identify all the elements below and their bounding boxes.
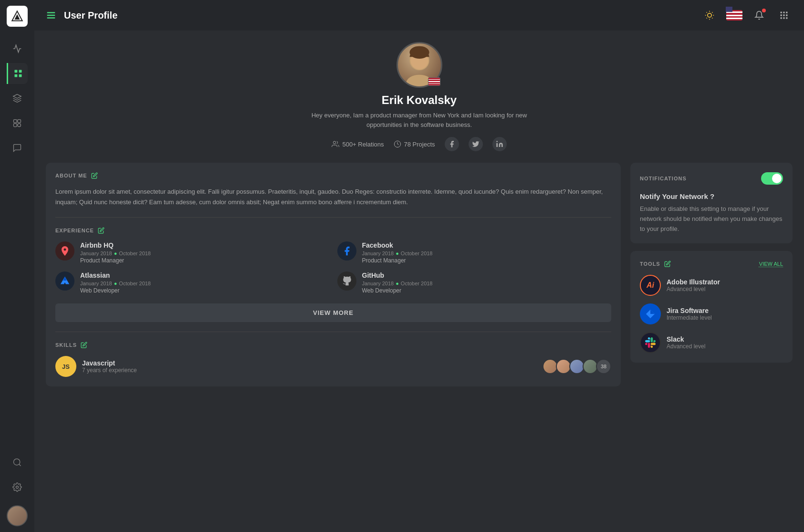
- jira-level: Intermediate level: [667, 314, 712, 321]
- svg-line-21: [712, 18, 712, 18]
- svg-line-20: [707, 12, 707, 13]
- notifications-toggle[interactable]: [761, 172, 783, 185]
- sidebar-user-avatar[interactable]: [7, 505, 28, 526]
- svg-rect-6: [19, 74, 21, 77]
- sidebar-item-search[interactable]: [7, 452, 28, 473]
- view-more-button[interactable]: VIEW MORE: [55, 303, 611, 322]
- jira-name: Jira Software: [667, 307, 712, 314]
- svg-point-39: [334, 141, 336, 144]
- notifications-header: NOTIFICATIONS: [640, 172, 783, 185]
- tools-edit-button[interactable]: [664, 261, 671, 267]
- notifications-title: NOTIFICATIONS: [640, 176, 687, 181]
- svg-rect-5: [14, 74, 17, 77]
- projects-stat: 78 Projects: [394, 140, 435, 148]
- sidebar-item-activity[interactable]: [7, 38, 28, 59]
- language-flag[interactable]: [726, 7, 743, 24]
- svg-point-13: [16, 486, 19, 489]
- slack-level: Advanced level: [667, 343, 705, 350]
- skills-title: SKILLS: [55, 342, 77, 348]
- svg-rect-9: [14, 124, 17, 127]
- svg-rect-7: [14, 120, 17, 123]
- svg-line-24: [707, 18, 707, 18]
- facebook-role: Product Manager: [362, 257, 612, 264]
- about-title: ABOUT ME: [55, 173, 87, 178]
- profile-hero: Erik Kovalsky Hey everyone, Iam a produc…: [46, 42, 793, 151]
- js-name: Javascript: [82, 359, 537, 367]
- notifications-bell[interactable]: [751, 7, 768, 24]
- svg-rect-26: [781, 12, 782, 13]
- tool-jira: Jira Software Intermediate level: [640, 303, 783, 324]
- airbnb-logo: [55, 241, 74, 261]
- tools-card: TOOLS VIEW ALL: [630, 251, 793, 363]
- skills-section-header: SKILLS: [55, 342, 611, 348]
- svg-point-17: [708, 13, 711, 17]
- exp-atlassian: Atlassian January 2018●October 2018 Web …: [55, 271, 330, 294]
- relations-stat: 500+ Relations: [332, 140, 384, 148]
- sidebar-item-settings[interactable]: [7, 477, 28, 498]
- facebook-link[interactable]: [445, 137, 459, 151]
- github-role: Web Developer: [362, 287, 612, 294]
- about-edit-button[interactable]: [91, 172, 98, 179]
- sidebar-item-components[interactable]: [7, 113, 28, 134]
- divider-2: [55, 332, 611, 332]
- js-badge: JS: [55, 356, 76, 377]
- svg-rect-32: [781, 17, 782, 19]
- notify-description: Enable or disable this setting to manage…: [640, 204, 783, 234]
- airbnb-info: Airbnb HQ January 2018●October 2018 Prod…: [80, 241, 330, 264]
- sidebar: [0, 0, 34, 532]
- svg-rect-3: [14, 70, 17, 73]
- profile-name: Erik Kovalsky: [46, 94, 793, 107]
- illustrator-info: Adobe Illustrator Advanced level: [667, 278, 720, 292]
- theme-toggle[interactable]: [701, 7, 718, 24]
- js-experience: 7 years of experience: [82, 367, 537, 374]
- atlassian-logo: [55, 271, 74, 291]
- experience-edit-button[interactable]: [98, 227, 104, 234]
- svg-marker-45: [646, 314, 650, 318]
- profile-stats: 500+ Relations 78 Projects: [46, 137, 793, 151]
- svg-marker-44: [650, 310, 655, 314]
- app-logo[interactable]: [7, 6, 28, 27]
- notify-question: Notify Your Network ?: [640, 192, 783, 200]
- facebook-info: Facebook January 2018●October 2018 Produ…: [362, 241, 612, 264]
- menu-icon[interactable]: [46, 10, 56, 21]
- svg-line-25: [712, 12, 712, 13]
- linkedin-link[interactable]: [492, 137, 507, 151]
- github-dates: January 2018●October 2018: [362, 281, 612, 286]
- atlassian-role: Web Developer: [80, 287, 330, 294]
- tools-title: TOOLS: [640, 261, 660, 267]
- content-grid: ABOUT ME Lorem ipsum dolor sit amet, con…: [46, 163, 793, 386]
- svg-rect-30: [783, 14, 784, 16]
- slack-info: Slack Advanced level: [667, 335, 705, 350]
- skill-avatars: 38: [543, 359, 611, 374]
- experience-grid: Airbnb HQ January 2018●October 2018 Prod…: [55, 241, 611, 294]
- airbnb-role: Product Manager: [80, 257, 330, 264]
- notification-badge: [762, 9, 766, 12]
- slack-logo: [640, 332, 661, 353]
- github-info: GitHub January 2018●October 2018 Web Dev…: [362, 271, 612, 294]
- jira-info: Jira Software Intermediate level: [667, 307, 712, 321]
- view-all-tools[interactable]: VIEW ALL: [759, 261, 783, 267]
- sidebar-item-dashboard[interactable]: [7, 63, 28, 84]
- airbnb-company: Airbnb HQ: [80, 241, 330, 249]
- illustrator-name: Adobe Illustrator: [667, 278, 720, 286]
- skills-edit-button[interactable]: [81, 342, 87, 348]
- experience-title: EXPERIENCE: [55, 228, 94, 233]
- sidebar-item-chat[interactable]: [7, 137, 28, 158]
- about-section-header: ABOUT ME: [55, 172, 611, 179]
- illustrator-logo: Ai: [640, 275, 661, 296]
- jira-logo: [640, 303, 661, 324]
- svg-rect-8: [18, 120, 21, 123]
- svg-rect-34: [786, 17, 787, 19]
- sidebar-item-cube[interactable]: [7, 88, 28, 109]
- slack-name: Slack: [667, 335, 705, 343]
- avatar-wrap: [397, 42, 442, 88]
- main-content: User Profile: [34, 0, 804, 532]
- svg-rect-41: [496, 143, 498, 147]
- header: User Profile: [34, 0, 804, 31]
- tool-illustrator: Ai Adobe Illustrator Advanced level: [640, 275, 783, 296]
- apps-grid[interactable]: [775, 7, 793, 24]
- atlassian-info: Atlassian January 2018●October 2018 Web …: [80, 271, 330, 294]
- twitter-link[interactable]: [469, 137, 483, 151]
- svg-rect-29: [781, 14, 782, 16]
- tools-title-wrap: TOOLS: [640, 261, 755, 267]
